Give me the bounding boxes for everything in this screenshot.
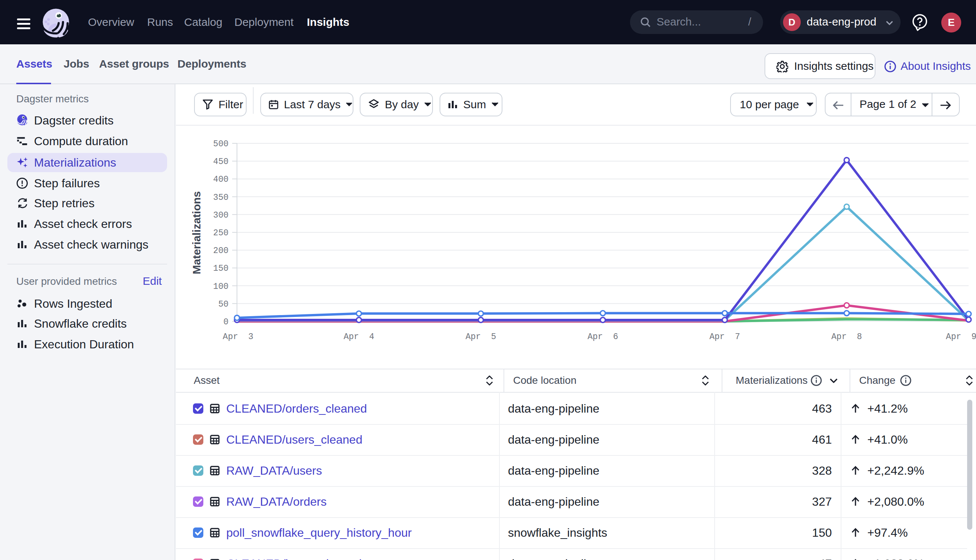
svg-text:Apr 5: Apr 5 <box>465 332 496 342</box>
svg-text:300: 300 <box>213 210 229 220</box>
svg-text:Apr 8: Apr 8 <box>831 332 862 342</box>
svg-text:350: 350 <box>213 193 229 202</box>
svg-text:Apr 9: Apr 9 <box>946 332 976 342</box>
svg-text:200: 200 <box>213 246 229 256</box>
svg-text:Apr 7: Apr 7 <box>709 332 740 342</box>
svg-text:150: 150 <box>213 264 229 273</box>
svg-text:0: 0 <box>223 317 229 327</box>
svg-text:50: 50 <box>218 300 229 309</box>
svg-text:Materializations: Materializations <box>191 191 202 274</box>
svg-text:Apr 3: Apr 3 <box>223 332 254 342</box>
svg-text:Apr 4: Apr 4 <box>343 332 374 342</box>
svg-text:500: 500 <box>213 139 229 149</box>
svg-text:Apr 6: Apr 6 <box>587 332 618 342</box>
svg-text:400: 400 <box>213 175 229 184</box>
svg-text:250: 250 <box>213 228 229 238</box>
svg-text:100: 100 <box>213 282 229 292</box>
svg-text:450: 450 <box>213 157 229 167</box>
